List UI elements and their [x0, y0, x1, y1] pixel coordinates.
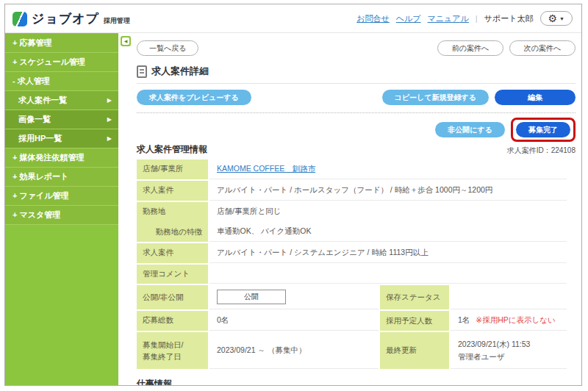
period-label-line1: 募集開始日/: [143, 339, 202, 351]
header-links: お問合せ ヘルプ マニュアル | サポート太郎 ⚙ ▼: [356, 11, 573, 26]
comment-label: 管理コメント: [137, 265, 208, 284]
store-link[interactable]: KAMOME COFFEE 釧路市: [217, 164, 315, 174]
sidebar-item-jobs[interactable]: - 求人管理: [5, 72, 118, 91]
sidebar-item-applications[interactable]: + 応募管理: [5, 34, 118, 53]
sidebar-item-media-orders[interactable]: + 媒体発注依頼管理: [5, 148, 118, 168]
publish-value-cell: 公開: [209, 285, 379, 309]
sidebar-item-job-list[interactable]: 求人案件一覧 ▶: [5, 91, 118, 110]
sidebar-item-label: 画像一覧: [18, 110, 51, 129]
publish-label: 公開/非公開: [137, 285, 208, 309]
comment-value: [209, 265, 567, 284]
applications-value: 0名: [209, 311, 379, 331]
workplace-value: 店舗/事業所と同じ: [217, 207, 281, 217]
save-status-value: [451, 285, 567, 309]
copy-register-button[interactable]: コピーして新規登録する: [382, 90, 489, 105]
help-link[interactable]: ヘルプ: [396, 13, 421, 24]
highlight-annotation-box: 募集完了: [511, 118, 576, 142]
sidebar-item-schedule[interactable]: + スケジュール管理: [5, 53, 118, 72]
app-window: ジョブオプ 採用管理 お問合せ ヘルプ マニュアル | サポート太郎 ⚙ ▼ +…: [4, 4, 582, 386]
workplace-label-cell: 勤務地 勤務地の特徴: [137, 202, 208, 242]
table-row-publish: 公開/非公開 公開 保存ステータス: [137, 285, 567, 309]
sidebar-item-master[interactable]: + マスタ管理: [5, 206, 118, 225]
management-info-table: 店舗/事業所 KAMOME COFFEE 釧路市 求人案件 アルバイト・パート …: [137, 159, 567, 369]
submenu-arrow-icon: ▶: [107, 91, 112, 110]
table-row-applications: 応募総数 0名 採用予定人数 1名 ※採用HPに表示しない: [137, 311, 567, 331]
logo-text: ジョブオプ: [32, 10, 99, 27]
prev-item-button[interactable]: 前の案件へ: [437, 40, 503, 56]
updated-datetime: 2023/09/21(木) 11:53: [458, 338, 530, 350]
hires-value: 1名: [458, 315, 470, 326]
user-name: サポート太郎: [484, 13, 534, 24]
edit-button[interactable]: 編集: [495, 90, 576, 105]
preview-job-button[interactable]: 求人案件をプレビューする: [137, 90, 251, 105]
workplace-feature-value: 車通勤OK、 バイク通勤OK: [217, 226, 312, 237]
table-row-job2: 求人案件 アルバイト・パート / システムエンジニア / 時給 1113円以上: [137, 243, 567, 263]
store-label: 店舗/事業所: [137, 159, 208, 179]
main-content: 一覧へ戻る 前の案件へ 次の案件へ 求人案件詳細 求人案件をプレビューする コピ…: [118, 33, 581, 386]
job-id-label: 求人案件ID：224108: [507, 146, 576, 156]
caret-down-icon: ▼: [559, 16, 564, 21]
job2-value: アルバイト・パート / システムエンジニア / 時給 1113円以上: [209, 243, 567, 263]
table-row-store: 店舗/事業所 KAMOME COFFEE 釧路市: [137, 159, 567, 179]
contact-link[interactable]: お問合せ: [356, 13, 390, 24]
workplace-feature-label: 勤務地の特徴: [143, 227, 202, 237]
manual-link[interactable]: マニュアル: [428, 13, 469, 24]
settings-menu-button[interactable]: ⚙ ▼: [540, 11, 573, 26]
app-header: ジョブオプ 採用管理 お問合せ ヘルプ マニュアル | サポート太郎 ⚙ ▼: [5, 4, 581, 33]
sidebar-item-label: 求人案件一覧: [18, 91, 67, 110]
submenu-arrow-icon: ▶: [107, 110, 112, 129]
submenu-arrow-icon: ▶: [107, 129, 112, 148]
sidebar-item-recruit-hp-list[interactable]: 採用HP一覧 ▶: [5, 129, 118, 148]
workplace-label: 勤務地: [143, 207, 202, 217]
table-row-workplace: 勤務地 勤務地の特徴 店舗/事業所と同じ 車通勤OK、 バイク通勤OK: [137, 202, 567, 242]
back-to-list-button[interactable]: 一覧へ戻る: [137, 40, 198, 56]
dotted-divider: [137, 112, 576, 113]
sidebar-item-label: 採用HP一覧: [18, 129, 62, 148]
app-logo: ジョブオプ 採用管理: [12, 10, 130, 27]
job2-label: 求人案件: [137, 243, 208, 263]
save-status-label: 保存ステータス: [380, 285, 449, 309]
updated-value-cell: 2023/09/21(木) 11:53 管理者ユーザ: [451, 332, 567, 369]
jobop-logo-icon: [12, 12, 27, 26]
table-row-period: 募集開始日/ 募集終了日 2023/09/21 ～ （募集中） 最終更新 202…: [137, 332, 567, 369]
section-title-management-info: 求人案件管理情報: [137, 143, 207, 156]
sidebar-item-files[interactable]: + ファイル管理: [5, 187, 118, 206]
applications-label: 応募総数: [137, 311, 208, 331]
table-row-job1: 求人案件 アルバイト・パート / ホールスタッフ（フード） / 時給＋歩合 10…: [137, 181, 567, 201]
sidebar-item-image-list[interactable]: 画像一覧 ▶: [5, 110, 118, 129]
unpublish-button[interactable]: 非公開にする: [435, 122, 505, 137]
workplace-value-cell: 店舗/事業所と同じ 車通勤OK、 バイク通勤OK: [209, 202, 567, 242]
links-divider: |: [476, 14, 478, 23]
job1-label: 求人案件: [137, 181, 208, 201]
section-title-job-info: 仕事情報: [137, 379, 172, 386]
job1-value: アルバイト・パート / ホールスタッフ（フード） / 時給＋歩合 1000円～1…: [209, 181, 567, 201]
hires-value-cell: 1名 ※採用HPに表示しない: [451, 311, 567, 331]
sidebar-item-reports[interactable]: + 効果レポート: [5, 168, 118, 187]
table-row-comment: 管理コメント: [137, 265, 567, 284]
store-value-cell: KAMOME COFFEE 釧路市: [209, 159, 567, 179]
title-divider: [137, 83, 576, 84]
hires-label: 採用予定人数: [380, 311, 449, 331]
next-item-button[interactable]: 次の案件へ: [509, 40, 576, 56]
sidebar-nav: + 応募管理 + スケジュール管理 - 求人管理 求人案件一覧 ▶ 画像一覧 ▶…: [5, 33, 118, 386]
updated-label: 最終更新: [380, 332, 449, 369]
period-label-line2: 募集終了日: [143, 351, 202, 362]
logo-subtext: 採用管理: [104, 16, 130, 26]
recruiting-complete-button[interactable]: 募集完了: [516, 122, 570, 137]
hires-note: ※採用HPに表示しない: [476, 315, 555, 326]
document-icon: [137, 65, 147, 78]
updated-user: 管理者ユーザ: [458, 351, 505, 362]
publish-status-box: 公開: [217, 290, 286, 304]
page-title: 求人案件詳細: [151, 65, 209, 78]
period-label-cell: 募集開始日/ 募集終了日: [137, 332, 208, 369]
period-value: 2023/09/21 ～ （募集中）: [209, 332, 379, 369]
job-info-section: 仕事情報: [137, 376, 576, 386]
gear-icon: ⚙: [548, 13, 558, 24]
